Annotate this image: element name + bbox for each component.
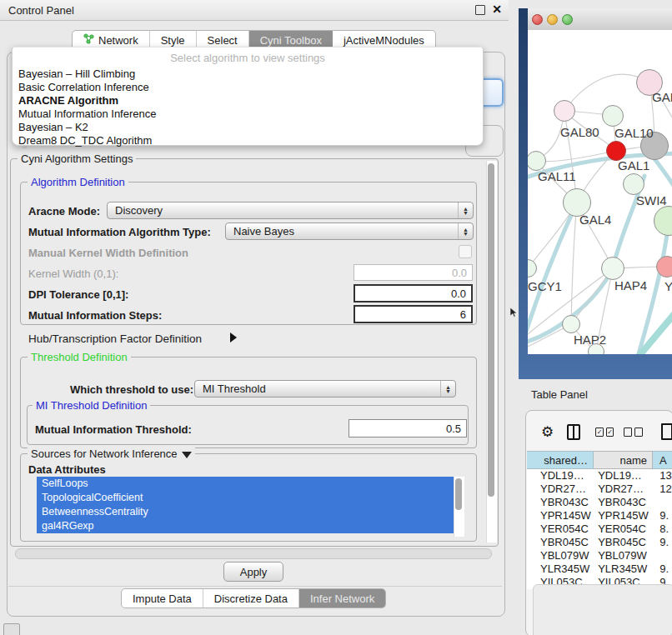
table-row[interactable]: YBR045CYBR045C9. [527, 536, 672, 549]
network-window-titlebar[interactable] [528, 8, 672, 31]
node-label: GAL80 [560, 125, 599, 139]
dpi-tolerance-field[interactable]: 0.0 [354, 284, 473, 302]
checked-checkbox-icon[interactable]: ✓ [606, 428, 614, 437]
close-traffic-light-icon[interactable] [532, 14, 543, 25]
table-cell: YBR045C [527, 536, 593, 549]
desktop: Control Panel ✕ Network Style Select Cyn… [0, 0, 672, 635]
table-cell: 12 [651, 482, 672, 496]
aracne-mode-select[interactable]: Discovery ▲▼ [107, 202, 474, 219]
network-node[interactable] [623, 173, 644, 195]
tab-infer-network[interactable]: Infer Network [299, 589, 385, 608]
algorithm-option[interactable]: Basic Correlation Inference [13, 81, 483, 94]
kernel-width-value: 0.0 [452, 267, 467, 279]
column-header-name[interactable]: name [594, 451, 653, 469]
mi-threshold-label: Mutual Information Threshold: [35, 423, 192, 436]
algorithm-dropdown[interactable]: Select algorithm to view settings Bayesi… [12, 47, 484, 146]
minimized-panel-icon[interactable] [3, 623, 20, 635]
node-label: GAL1 [618, 158, 649, 172]
data-attribute-item[interactable]: gal4RGexp [37, 519, 464, 533]
stepper-arrows-icon: ▲▼ [440, 381, 455, 397]
gear-icon[interactable]: ⚙ [541, 423, 554, 441]
control-panel-title: Control Panel [8, 4, 74, 17]
table-cell: YLR345W [593, 562, 651, 576]
table-panel: ⚙ ✓ ✓ shared… name A YDL19…YDL19…13YDR27… [525, 410, 672, 635]
mi-steps-value: 6 [460, 308, 466, 321]
node-label: GAL11 [538, 169, 576, 183]
table-row[interactable]: YER054CYER054C8. [527, 522, 672, 536]
mi-algorithm-type-label: Mutual Information Algorithm Type: [28, 226, 211, 238]
column-header-next[interactable]: A [653, 451, 672, 469]
mi-algorithm-type-select[interactable]: Naive Bayes ▲▼ [225, 222, 474, 240]
data-attribute-item[interactable]: BetweennessCentrality [37, 505, 464, 519]
hub-definition-label: Hub/Transcription Factor Definition [28, 332, 202, 345]
network-node[interactable] [601, 257, 624, 280]
network-canvas[interactable]: GALGAL80GAL10GAL1GAL11SWI4GAL4GCY1HAP4YH… [528, 30, 672, 354]
float-window-icon[interactable] [475, 5, 485, 15]
expand-arrow-icon[interactable] [230, 332, 237, 342]
table-toolbar: ⚙ ✓ ✓ [526, 421, 672, 442]
settings-scrollbar-thumb[interactable] [488, 163, 494, 497]
table-header-row: shared… name A [527, 451, 672, 469]
table-cell: YDR27… [593, 482, 651, 496]
close-icon[interactable]: ✕ [492, 2, 502, 16]
checked-checkbox-icon[interactable]: ✓ [595, 428, 604, 437]
network-view-window[interactable]: GALGAL80GAL10GAL1GAL11SWI4GAL4GCY1HAP4YH… [519, 8, 672, 379]
sources-title-text: Sources for Network Inference [31, 448, 178, 460]
table-row[interactable]: YDR27…YDR27…12 [527, 482, 672, 496]
algorithm-option[interactable]: Bayesian – K2 [13, 121, 483, 134]
table-panel-title: Table Panel [531, 388, 588, 401]
algorithm-option[interactable]: Mutual Information Inference [13, 108, 483, 121]
which-threshold-select[interactable]: MI Threshold ▲▼ [194, 380, 456, 398]
table-cell [651, 496, 672, 509]
table-cell: YBR045C [593, 536, 651, 549]
unchecked-checkbox-icon[interactable] [634, 428, 643, 437]
table-row[interactable]: YBR043CYBR043C [527, 496, 672, 509]
data-attributes-list[interactable]: SelfLoopsTopologicalCoefficientBetweenne… [37, 477, 464, 537]
algorithm-option[interactable]: Bayesian – Hill Climbing [13, 68, 483, 81]
minimize-traffic-light-icon[interactable] [547, 14, 558, 25]
mi-algorithm-type-value: Naive Bayes [233, 225, 294, 238]
node-label: HAP2 [574, 332, 606, 347]
dpi-tolerance-label: DPI Tolerance [0,1]: [28, 288, 128, 301]
table-row[interactable]: YBL079WYBL079W [527, 549, 672, 562]
data-attribute-item[interactable]: TopologicalCoefficient [37, 491, 464, 505]
document-icon[interactable] [661, 423, 672, 440]
algorithm-option[interactable]: Dream8 DC_TDC Algorithm [13, 134, 483, 148]
mi-threshold-field[interactable]: 0.5 [349, 419, 467, 438]
node-label: GAL4 [579, 212, 611, 227]
tab-discretize-data[interactable]: Discretize Data [203, 589, 299, 608]
zoom-traffic-light-icon[interactable] [562, 14, 573, 25]
table-cell: YBR043C [593, 496, 651, 509]
network-node[interactable] [602, 105, 624, 127]
network-node[interactable] [554, 100, 575, 122]
aracne-mode-label: Aracne Mode: [28, 205, 100, 218]
tab-cyni-toolbox-label: Cyni Toolbox [260, 34, 322, 47]
network-node[interactable] [656, 256, 672, 278]
network-node[interactable] [562, 315, 580, 333]
data-attribute-item[interactable]: SelfLoops [37, 477, 464, 491]
table-row[interactable]: YLR345WYLR345W9. [527, 562, 672, 576]
column-header-shared[interactable]: shared… [527, 451, 594, 469]
manual-kernel-width-label: Manual Kernel Width Definition [28, 247, 188, 259]
mi-steps-field[interactable]: 6 [354, 305, 473, 323]
kernel-width-label: Kernel Width (0,1): [28, 268, 118, 280]
mouse-cursor-icon [510, 307, 519, 322]
algorithm-option[interactable]: ARACNE Algorithm [13, 94, 483, 108]
table-cell: 13 [651, 469, 672, 482]
data-attributes-label: Data Attributes [28, 463, 106, 476]
apply-button[interactable]: Apply [223, 562, 283, 582]
table-row[interactable]: YDL19…YDL19…13 [527, 469, 672, 482]
which-threshold-value: MI Threshold [203, 382, 266, 395]
tab-impute-data[interactable]: Impute Data [122, 589, 203, 608]
manual-kernel-width-checkbox[interactable] [459, 245, 472, 258]
horizontal-scrollbar[interactable] [15, 548, 492, 559]
mi-steps-label: Mutual Information Steps: [28, 309, 162, 322]
node-label: SWI4 [636, 193, 667, 208]
column-layout-icon[interactable] [567, 424, 580, 440]
table-row[interactable]: YPR145WYPR145W9. [527, 509, 672, 522]
table-rows[interactable]: YDL19…YDL19…13YDR27…YDR27…12YBR043CYBR04… [527, 469, 672, 589]
attributes-scrollbar-thumb[interactable] [455, 478, 462, 510]
table-cell: YER054C [593, 522, 651, 536]
sources-group-title[interactable]: Sources for Network Inference [28, 448, 195, 460]
unchecked-checkbox-icon[interactable] [624, 428, 632, 437]
